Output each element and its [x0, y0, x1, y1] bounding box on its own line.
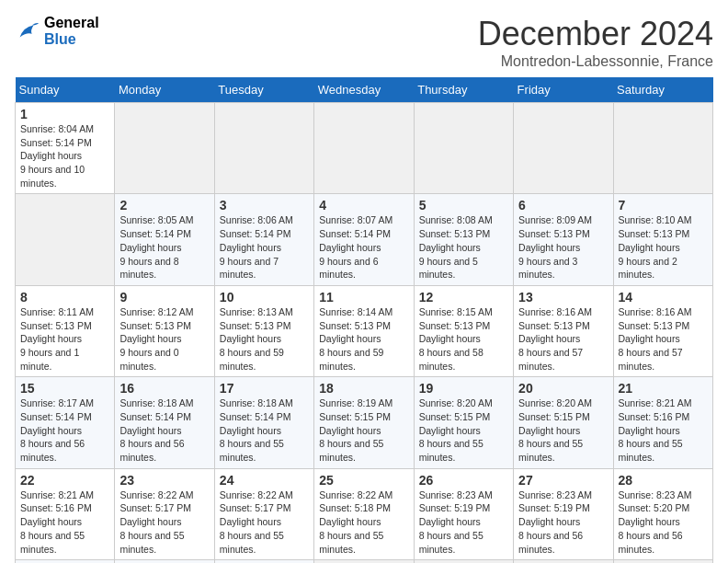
page-header: General Blue December 2024 Montredon-Lab…	[15, 15, 713, 70]
table-cell: 9Sunrise: 8:12 AMSunset: 5:13 PMDaylight…	[115, 285, 214, 376]
table-cell: 20Sunrise: 8:20 AMSunset: 5:15 PMDayligh…	[514, 377, 613, 468]
col-friday: Friday	[514, 77, 613, 103]
cell-details: Sunrise: 8:21 AMSunset: 5:16 PMDaylight …	[20, 488, 109, 556]
day-number: 19	[419, 381, 508, 396]
day-number: 13	[518, 290, 608, 304]
day-number: 4	[319, 198, 408, 213]
day-number: 6	[518, 198, 608, 213]
day-number: 22	[20, 473, 109, 488]
cell-details: Sunrise: 8:06 AMSunset: 5:14 PMDaylight …	[220, 213, 309, 281]
day-number: 25	[319, 473, 408, 488]
cell-details: Sunrise: 8:19 AMSunset: 5:15 PMDaylight …	[319, 396, 408, 464]
cell-details: Sunrise: 8:20 AMSunset: 5:15 PMDaylight …	[419, 396, 508, 464]
col-wednesday: Wednesday	[314, 77, 414, 103]
day-number: 2	[119, 198, 209, 213]
calendar-row: 15Sunrise: 8:17 AMSunset: 5:14 PMDayligh…	[16, 377, 713, 468]
table-cell: 8Sunrise: 8:11 AMSunset: 5:13 PMDaylight…	[16, 285, 115, 376]
cell-details: Sunrise: 8:22 AMSunset: 5:17 PMDaylight …	[220, 488, 309, 556]
day-number: 3	[220, 198, 309, 213]
cell-details: Sunrise: 8:13 AMSunset: 5:13 PMDaylight …	[220, 305, 309, 373]
day-number: 26	[419, 473, 508, 488]
table-cell: 11Sunrise: 8:14 AMSunset: 5:13 PMDayligh…	[314, 285, 414, 376]
table-cell: 21Sunrise: 8:21 AMSunset: 5:16 PMDayligh…	[613, 377, 712, 468]
table-cell: 6Sunrise: 8:09 AMSunset: 5:13 PMDaylight…	[514, 194, 613, 285]
cell-details: Sunrise: 8:16 AMSunset: 5:13 PMDaylight …	[619, 305, 708, 373]
calendar-row: 22Sunrise: 8:21 AMSunset: 5:16 PMDayligh…	[16, 468, 713, 559]
logo-text: General Blue	[44, 15, 99, 47]
calendar-table: Sunday Monday Tuesday Wednesday Thursday…	[15, 77, 713, 563]
day-number: 24	[220, 473, 309, 488]
day-number: 11	[319, 290, 408, 304]
cell-details: Sunrise: 8:14 AMSunset: 5:13 PMDaylight …	[319, 305, 408, 373]
cell-details: Sunrise: 8:09 AMSunset: 5:13 PMDaylight …	[518, 213, 608, 281]
day-number: 14	[619, 290, 708, 304]
day-number: 12	[419, 290, 508, 304]
day-number: 28	[619, 473, 708, 488]
logo: General Blue	[15, 15, 99, 47]
calendar-row: 2Sunrise: 8:05 AMSunset: 5:14 PMDaylight…	[16, 194, 713, 285]
table-cell	[514, 103, 613, 194]
month-title: December 2024	[478, 15, 713, 53]
day-number: 5	[419, 198, 508, 213]
day-number: 18	[319, 381, 408, 396]
day-number: 27	[518, 473, 608, 488]
table-cell	[414, 103, 513, 194]
table-cell: 26Sunrise: 8:23 AMSunset: 5:19 PMDayligh…	[414, 468, 513, 559]
col-monday: Monday	[115, 77, 214, 103]
table-cell: 13Sunrise: 8:16 AMSunset: 5:13 PMDayligh…	[514, 285, 613, 376]
table-cell: 4Sunrise: 8:07 AMSunset: 5:14 PMDaylight…	[314, 194, 414, 285]
cell-details: Sunrise: 8:22 AMSunset: 5:17 PMDaylight …	[119, 488, 209, 556]
col-tuesday: Tuesday	[214, 77, 313, 103]
table-cell: 12Sunrise: 8:15 AMSunset: 5:13 PMDayligh…	[414, 285, 513, 376]
table-cell: 7Sunrise: 8:10 AMSunset: 5:13 PMDaylight…	[613, 194, 712, 285]
cell-details: Sunrise: 8:23 AMSunset: 5:19 PMDaylight …	[518, 488, 608, 556]
cell-details: Sunrise: 8:05 AMSunset: 5:14 PMDaylight …	[119, 213, 209, 281]
logo-icon	[15, 18, 40, 44]
day-number: 21	[619, 381, 708, 396]
table-cell	[115, 103, 214, 194]
day-number: 10	[220, 290, 309, 304]
day-number: 7	[619, 198, 708, 213]
table-cell: 15Sunrise: 8:17 AMSunset: 5:14 PMDayligh…	[16, 377, 115, 468]
table-cell: 23Sunrise: 8:22 AMSunset: 5:17 PMDayligh…	[115, 468, 214, 559]
table-cell: 25Sunrise: 8:22 AMSunset: 5:18 PMDayligh…	[314, 468, 414, 559]
col-saturday: Saturday	[613, 77, 712, 103]
cell-details: Sunrise: 8:21 AMSunset: 5:16 PMDaylight …	[619, 396, 708, 464]
cell-details: Sunrise: 8:10 AMSunset: 5:13 PMDaylight …	[619, 213, 708, 281]
cell-details: Sunrise: 8:22 AMSunset: 5:18 PMDaylight …	[319, 488, 408, 556]
day-number: 9	[119, 290, 209, 304]
cell-details: Sunrise: 8:23 AMSunset: 5:20 PMDaylight …	[619, 488, 708, 556]
cell-details: Sunrise: 8:04 AMSunset: 5:14 PMDaylight …	[20, 122, 109, 190]
cell-details: Sunrise: 8:16 AMSunset: 5:13 PMDaylight …	[518, 305, 608, 373]
table-cell: 27Sunrise: 8:23 AMSunset: 5:19 PMDayligh…	[514, 468, 613, 559]
location: Montredon-Labessonnie, France	[478, 53, 713, 70]
table-cell: 22Sunrise: 8:21 AMSunset: 5:16 PMDayligh…	[16, 468, 115, 559]
title-block: December 2024 Montredon-Labessonnie, Fra…	[478, 15, 713, 70]
calendar-row: 8Sunrise: 8:11 AMSunset: 5:13 PMDaylight…	[16, 285, 713, 376]
table-cell: 24Sunrise: 8:22 AMSunset: 5:17 PMDayligh…	[214, 468, 313, 559]
day-number: 1	[20, 107, 109, 121]
day-number: 16	[119, 381, 209, 396]
table-cell: 17Sunrise: 8:18 AMSunset: 5:14 PMDayligh…	[214, 377, 313, 468]
cell-details: Sunrise: 8:11 AMSunset: 5:13 PMDaylight …	[20, 305, 109, 373]
cell-details: Sunrise: 8:23 AMSunset: 5:19 PMDaylight …	[419, 488, 508, 556]
table-cell: 28Sunrise: 8:23 AMSunset: 5:20 PMDayligh…	[613, 468, 712, 559]
table-cell	[214, 103, 313, 194]
cell-details: Sunrise: 8:17 AMSunset: 5:14 PMDaylight …	[20, 396, 109, 464]
col-sunday: Sunday	[16, 77, 115, 103]
day-number: 23	[119, 473, 209, 488]
day-number: 15	[20, 381, 109, 396]
table-cell: 10Sunrise: 8:13 AMSunset: 5:13 PMDayligh…	[214, 285, 313, 376]
table-cell	[314, 103, 414, 194]
table-cell: 3Sunrise: 8:06 AMSunset: 5:14 PMDaylight…	[214, 194, 313, 285]
table-cell: 14Sunrise: 8:16 AMSunset: 5:13 PMDayligh…	[613, 285, 712, 376]
table-cell	[16, 194, 115, 285]
day-number: 17	[220, 381, 309, 396]
table-cell: 5Sunrise: 8:08 AMSunset: 5:13 PMDaylight…	[414, 194, 513, 285]
cell-details: Sunrise: 8:07 AMSunset: 5:14 PMDaylight …	[319, 213, 408, 281]
day-number: 8	[20, 290, 109, 304]
table-cell: 1Sunrise: 8:04 AMSunset: 5:14 PMDaylight…	[16, 103, 115, 194]
cell-details: Sunrise: 8:18 AMSunset: 5:14 PMDaylight …	[220, 396, 309, 464]
table-cell: 2Sunrise: 8:05 AMSunset: 5:14 PMDaylight…	[115, 194, 214, 285]
day-number: 20	[518, 381, 608, 396]
